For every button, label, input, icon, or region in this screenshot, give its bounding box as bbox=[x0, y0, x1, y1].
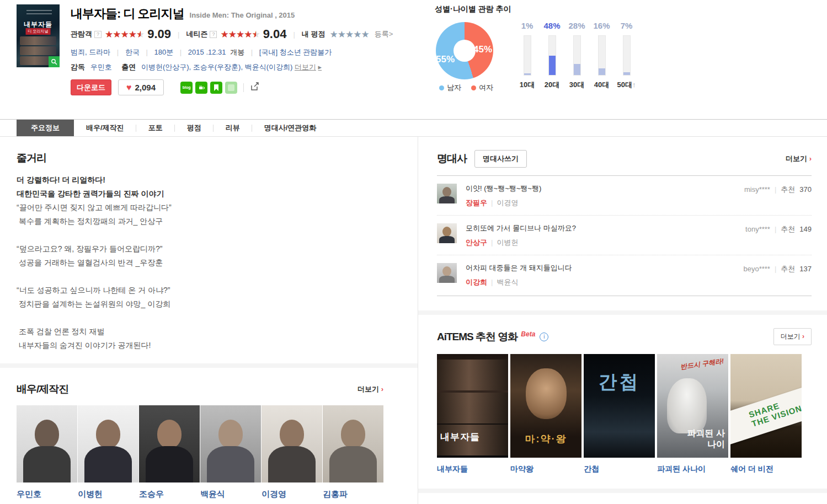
recommended-poster[interactable]: 간첩 bbox=[584, 354, 655, 458]
section-tabs: 주요정보 배우/제작진 포토 평점 리뷰 명대사/연관영화 bbox=[0, 119, 827, 137]
quote-avatar bbox=[437, 263, 457, 283]
recommended-poster[interactable]: SHARE THE VISION bbox=[730, 354, 802, 458]
age-bar-10s: 1% 10대 bbox=[515, 21, 540, 90]
synopsis-heading: 줄거리 bbox=[17, 151, 401, 165]
female-legend-label: 여자 bbox=[479, 83, 493, 93]
recommended-posters-row: 내부자들 마:약·왕 간첩 반드시 구해라! 파괴된 사나이 bbox=[437, 354, 812, 458]
recommended-title-link[interactable]: 마약왕 bbox=[510, 464, 584, 474]
action-buttons-row: 다운로드 ♥ 2,094 blog bbox=[71, 79, 418, 95]
movie-detail-page: 내부자들 디 오리지널 내부자들: 디 오리지널 Inside Men: The… bbox=[0, 0, 827, 504]
cast-crew-section: 배우/제작진 더보기 › 우민호 감독 이병헌 주연|안상구 역 bbox=[0, 368, 418, 504]
heart-icon: ♥ bbox=[126, 83, 132, 93]
cast-links[interactable]: 이병헌(안상구), 조승우(우장훈), 백윤식(이강희) bbox=[141, 63, 292, 71]
movie-info-row: 범죄, 드라마 | 한국 | 180분 | 2015 .12.31 개봉 | [… bbox=[71, 47, 418, 57]
cast-card[interactable]: 김홍파 조연|오회장 역 bbox=[323, 405, 383, 504]
recommended-title-link[interactable]: 내부자들 bbox=[437, 464, 510, 474]
naver-blog-icon[interactable]: blog bbox=[180, 82, 193, 94]
recommend-count: 149 bbox=[799, 225, 812, 233]
recommended-title-link[interactable]: 간첩 bbox=[584, 464, 657, 474]
cast-crew-heading: 배우/제작진 bbox=[17, 382, 68, 396]
poster-decor bbox=[26, 10, 52, 11]
chart-title: 성별·나이별 관람 추이 bbox=[435, 4, 655, 14]
poster-zoom-icon[interactable] bbox=[49, 56, 60, 67]
movie-poster-thumbnail[interactable]: 내부자들 디 오리지널 bbox=[17, 4, 60, 67]
tab-main-info[interactable]: 주요정보 bbox=[17, 120, 74, 136]
recommended-title-link[interactable]: 쉐어 더 비전 bbox=[730, 464, 804, 474]
gender-donut-wrap: 55% 45% bbox=[436, 22, 493, 79]
director-label: 감독 bbox=[71, 63, 85, 71]
recommend-button[interactable]: 추천 bbox=[781, 185, 795, 194]
recommended-poster[interactable]: 내부자들 bbox=[437, 354, 508, 458]
help-icon[interactable]: ? bbox=[210, 31, 217, 38]
cast-more-link[interactable]: 더보기 › bbox=[358, 384, 383, 394]
female-percent-label: 45% bbox=[473, 44, 492, 55]
recommended-poster[interactable]: 반드시 구해라! 파괴된 사나이 bbox=[657, 354, 728, 458]
quote-item: 어차피 대중들은 개 돼지들입니다 이강희|백윤식 beyo****|추천137 bbox=[437, 255, 812, 294]
netizen-rating-label: 네티즌 bbox=[186, 29, 207, 39]
info-icon[interactable]: i bbox=[540, 333, 548, 341]
naver-cafe-icon[interactable] bbox=[195, 82, 207, 94]
section-divider bbox=[418, 489, 827, 493]
section-divider bbox=[0, 363, 418, 368]
register-rating-link[interactable]: 등록> bbox=[375, 29, 393, 39]
genre-link[interactable]: 범죄, 드라마 bbox=[71, 48, 110, 56]
release-date-link[interactable]: 2015 .12.31 bbox=[188, 48, 226, 56]
recommend-button[interactable]: 추천 bbox=[781, 265, 795, 273]
country-link[interactable]: 한국 bbox=[125, 48, 140, 56]
runtime-text: 180분 bbox=[154, 48, 174, 56]
tab-ratings[interactable]: 평점 bbox=[175, 120, 214, 136]
quote-item: 이얏! (쨍~쨍~쨍~쨍~쨍) 장필우|이경영 misy****|추천370 bbox=[437, 176, 812, 215]
age-bar-40s: 16% 40대 bbox=[589, 21, 614, 90]
credits-more-link[interactable]: 더보기 bbox=[295, 63, 316, 71]
recommend-button[interactable]: 추천 bbox=[781, 225, 795, 233]
age-bar-30s: 28% 30대 bbox=[564, 21, 589, 90]
bookmark-icon[interactable] bbox=[210, 82, 222, 94]
cast-card[interactable]: 백윤식 주연|이강희 역 bbox=[200, 405, 261, 504]
cast-label: 출연 bbox=[121, 63, 136, 71]
donut-legend: 남자 여자 bbox=[439, 83, 503, 93]
quote-user: beyo**** bbox=[743, 265, 770, 273]
aitems-heading: AiTEMS 추천 영화 bbox=[437, 330, 517, 344]
quote-character-link[interactable]: 안상구 bbox=[466, 238, 487, 246]
left-column: 줄거리 더 강렬하다! 더 리얼하다! 대한민국을 강타한 권력가들의 진짜 이… bbox=[0, 137, 418, 504]
aitems-section: AiTEMS 추천 영화 Beta i 더보기 › 내부자들 마:약·왕 bbox=[418, 315, 827, 474]
audience-score: 9.09 bbox=[147, 27, 171, 41]
social-share-row: blog bbox=[180, 81, 260, 94]
poster-face-band bbox=[20, 46, 56, 55]
like-button[interactable]: ♥ 2,094 bbox=[118, 79, 164, 95]
my-rating-stars[interactable]: ★★★★★ bbox=[329, 29, 369, 40]
aitems-more-button[interactable]: 더보기 › bbox=[773, 328, 812, 345]
download-button[interactable]: 다운로드 bbox=[71, 79, 111, 95]
age-bar-20s: 48% 20대 bbox=[540, 21, 564, 90]
cast-card[interactable]: 조승우 주연|우장훈 역 bbox=[139, 405, 200, 504]
help-icon[interactable]: ? bbox=[94, 31, 102, 38]
share-icon[interactable] bbox=[249, 81, 260, 94]
quotes-section: 명대사 명대사쓰기 더보기 › 이얏! (쨍~쨍~쨍~쨍~쨍) 장필우|이경영 … bbox=[418, 137, 827, 296]
audience-rating-label: 관람객 bbox=[71, 29, 92, 39]
certification-link[interactable]: [국내] 청소년 관람불가 bbox=[259, 48, 332, 56]
cast-card[interactable]: 이경영 조연|장필우 역 bbox=[262, 405, 322, 504]
recommended-title-link[interactable]: 파괴된 사나이 bbox=[657, 464, 730, 474]
tab-quotes-related[interactable]: 명대사/연관영화 bbox=[252, 120, 329, 136]
quotes-more-link[interactable]: 더보기 › bbox=[786, 154, 812, 164]
quote-character-link[interactable]: 장필우 bbox=[466, 199, 487, 207]
quote-character-link[interactable]: 이강희 bbox=[466, 278, 487, 286]
age-bar-chart: 1% 10대 48% 20대 28% 30대 16% 40대 bbox=[515, 21, 639, 90]
director-link[interactable]: 우민호 bbox=[90, 63, 112, 71]
tab-reviews[interactable]: 리뷰 bbox=[214, 120, 252, 136]
title-english: Inside Men: The Original , 2015 bbox=[190, 11, 295, 19]
tab-cast-crew[interactable]: 배우/제작진 bbox=[74, 120, 136, 136]
poster-tag: 디 오리지널 bbox=[26, 28, 51, 35]
recommend-count: 370 bbox=[799, 185, 812, 194]
write-quote-button[interactable]: 명대사쓰기 bbox=[474, 150, 527, 168]
recommended-poster[interactable]: 마:약·왕 bbox=[510, 354, 581, 458]
synopsis-section: 줄거리 더 강렬하다! 더 리얼하다! 대한민국을 강타한 권력가들의 진짜 이… bbox=[0, 137, 418, 352]
credits-row: 감독 우민호 출연 이병헌(안상구), 조승우(우장훈), 백윤식(이강희) 더… bbox=[71, 62, 418, 72]
netizen-stars: ★★★★★★★★★★ bbox=[220, 30, 259, 39]
cast-card[interactable]: 이병헌 주연|안상구 역 bbox=[78, 405, 138, 504]
cast-card-director[interactable]: 우민호 감독 bbox=[17, 405, 77, 504]
quotes-heading: 명대사 bbox=[437, 152, 467, 166]
female-legend-dot bbox=[471, 85, 476, 90]
tab-photos[interactable]: 포토 bbox=[136, 120, 175, 136]
naver-band-icon[interactable] bbox=[225, 82, 237, 94]
